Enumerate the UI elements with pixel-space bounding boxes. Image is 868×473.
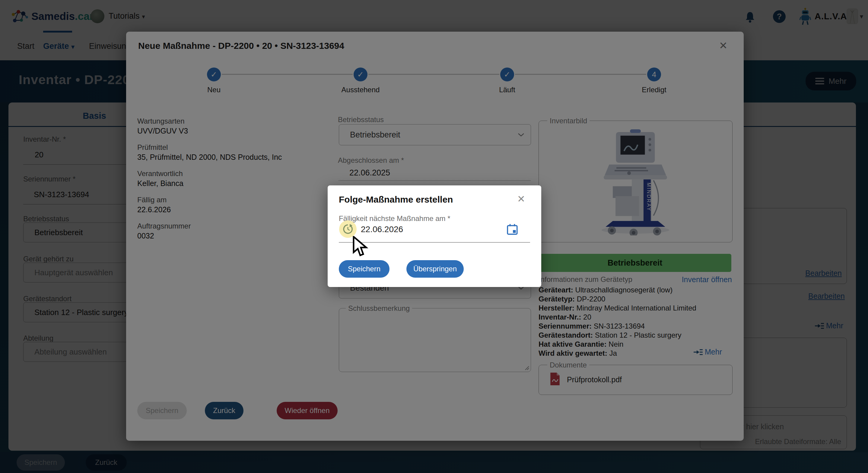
due-date-label: Fälligkeit nächste Maßnahme am * <box>339 214 451 223</box>
history-clock-icon <box>342 224 353 235</box>
dialog-save-button[interactable]: Speichern <box>339 260 390 278</box>
calendar-icon[interactable] <box>506 224 518 235</box>
dialog-title: Folge-Maßnahme erstellen <box>339 195 453 205</box>
dialog-close-icon[interactable]: ✕ <box>517 193 525 205</box>
dialog-skip-button[interactable]: Überspringen <box>406 260 464 278</box>
due-date-input[interactable]: 22.06.2026 <box>361 225 403 234</box>
mouse-cursor <box>352 236 370 259</box>
history-icon-highlight[interactable] <box>339 221 356 238</box>
app-root: Samedis.care Tutorials▾ ? A.L.V.A. ▾ Sta… <box>0 0 868 473</box>
